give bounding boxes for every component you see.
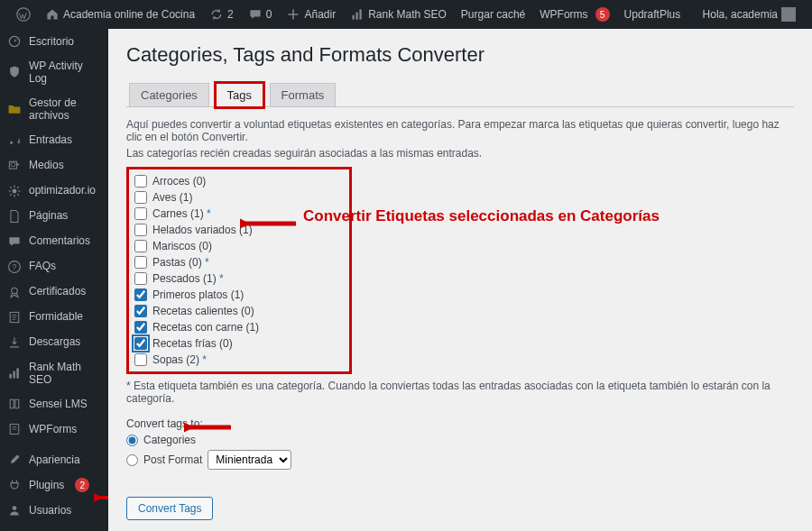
sidebar-item-rank-math-seo[interactable]: Rank Math SEO: [0, 355, 108, 392]
new-content-link[interactable]: Añadir: [279, 0, 343, 29]
sidebar-item-label: Escritorio: [29, 35, 74, 48]
tab-formats[interactable]: Formats: [270, 83, 337, 106]
wpforms-link[interactable]: WPForms5: [532, 0, 616, 29]
form2-icon: [7, 422, 22, 436]
sidebar-item-usuarios[interactable]: Usuarios: [0, 498, 108, 523]
convert-button[interactable]: Convert Tags: [126, 497, 213, 520]
sidebar-item-medios[interactable]: Medios: [0, 153, 108, 179]
tag-row: Recetas frías (0): [134, 335, 344, 352]
postformat-select[interactable]: Minientrada: [208, 450, 291, 470]
sidebar-item-label: Entradas: [29, 133, 72, 146]
my-account-link[interactable]: Hola, academia: [696, 0, 803, 29]
site-name-link[interactable]: Academia online de Cocina: [38, 0, 202, 29]
brush-icon: [7, 453, 22, 467]
sidebar-item-label: Usuarios: [29, 504, 71, 517]
svg-point-6: [11, 162, 15, 167]
sidebar-item-apariencia[interactable]: Apariencia: [0, 447, 108, 472]
tag-checkbox[interactable]: [134, 272, 147, 285]
sidebar-item-profile-builder[interactable]: Profile Builder: [0, 523, 108, 531]
radio-label: Categories: [143, 434, 196, 446]
convert-to-group: Convert tags to: Categories Post Format …: [126, 417, 794, 471]
svg-rect-14: [16, 368, 18, 378]
tag-label: Recetas calientes (0): [152, 305, 254, 317]
tag-label: Mariscos (0): [152, 240, 212, 252]
tag-row: Aves (1): [134, 189, 344, 206]
comments-count: 0: [266, 8, 272, 21]
tag-checkbox[interactable]: [134, 191, 147, 204]
tag-checkbox[interactable]: [134, 256, 147, 269]
admin-sidebar: EscritorioWP Activity LogGestor de archi…: [0, 29, 108, 531]
updraft-link[interactable]: UpdraftPlus: [617, 0, 688, 29]
sidebar-item-certificados[interactable]: Certificados: [0, 279, 108, 305]
tag-row: Sopas (2) *: [134, 352, 344, 368]
rankmath-link[interactable]: Rank Math SEO: [343, 0, 454, 29]
sidebar-item-wp-activity-log[interactable]: WP Activity Log: [0, 54, 108, 91]
sidebar-item-label: Descargas: [29, 335, 80, 348]
radio-categories[interactable]: [126, 435, 138, 446]
tag-label: Sopas (2) *: [152, 353, 207, 366]
sidebar-item-wpforms[interactable]: WPForms: [0, 417, 108, 442]
tag-checkbox[interactable]: [134, 353, 147, 366]
sidebar-item-sensei-lms[interactable]: Sensei LMS: [0, 391, 108, 417]
radio-label: Post Format: [143, 453, 202, 466]
sidebar-item-label: optimizador.io: [29, 184, 96, 197]
wp-logo[interactable]: [9, 0, 38, 29]
tag-checkbox[interactable]: [134, 175, 147, 188]
sidebar-item-entradas[interactable]: Entradas: [0, 128, 108, 153]
updates-link[interactable]: 2: [202, 0, 241, 29]
tag-checklist: Arroces (0)Aves (1)Carnes (1) *Helados v…: [126, 167, 352, 374]
svg-text:?: ?: [13, 262, 17, 271]
tag-row: Mariscos (0): [134, 238, 344, 254]
notification-badge: 5: [595, 7, 610, 22]
tag-checkbox[interactable]: [134, 337, 147, 350]
svg-rect-2: [356, 13, 358, 20]
sidebar-item-faqs[interactable]: ?FAQs: [0, 254, 108, 279]
comments-link[interactable]: 0: [241, 0, 280, 29]
sidebar-item-p-ginas[interactable]: Páginas: [0, 204, 108, 229]
tag-row: Arroces (0): [134, 173, 344, 189]
updates-count: 2: [227, 8, 234, 21]
tag-checkbox[interactable]: [134, 288, 147, 301]
tag-row: Primeros platos (1): [134, 287, 344, 303]
sidebar-item-formidable[interactable]: Formidable: [0, 305, 108, 330]
main-content: Categories, Tags and Formats Converter C…: [108, 29, 812, 531]
tag-label: Pescados (1) *: [152, 272, 224, 285]
sidebar-item-escritorio[interactable]: Escritorio: [0, 29, 108, 54]
shield-icon: [7, 65, 22, 79]
tab-tags[interactable]: Tags: [216, 83, 263, 107]
svg-point-7: [13, 188, 17, 193]
radio-categories-row[interactable]: Categories: [126, 432, 794, 448]
admin-toolbar: Academia online de Cocina 2 0 Añadir Ran…: [0, 0, 812, 29]
sidebar-item-label: Sensei LMS: [29, 398, 88, 410]
tag-checkbox[interactable]: [134, 224, 147, 236]
greeting-text: Hola, academia: [703, 8, 778, 21]
tag-checkbox[interactable]: [134, 240, 147, 252]
sidebar-item-gestor-de-archivos[interactable]: Gestor de archivos: [0, 91, 108, 128]
toolbar-item-label: Rank Math SEO: [368, 8, 447, 21]
pin-icon: [7, 133, 22, 148]
toolbar-item-label: WPForms: [540, 8, 587, 21]
purge-cache-link[interactable]: Purgar caché: [454, 0, 532, 29]
radio-postformat[interactable]: [126, 454, 138, 466]
sidebar-item-optimizador-io[interactable]: optimizador.io: [0, 179, 108, 204]
dashboard-icon: [7, 34, 22, 49]
tag-checkbox[interactable]: [134, 305, 147, 317]
refresh-icon: [209, 7, 224, 22]
users-icon: [7, 503, 22, 517]
tag-row: Recetas calientes (0): [134, 303, 344, 319]
tag-checkbox[interactable]: [134, 321, 147, 334]
comment-icon: [7, 234, 22, 249]
page-icon: [7, 209, 22, 224]
sidebar-item-label: Rank Math SEO: [29, 361, 101, 387]
sidebar-item-plugins[interactable]: Plugins2: [0, 472, 108, 498]
tag-checkbox[interactable]: [134, 207, 147, 220]
sidebar-item-comentarios[interactable]: Comentarios: [0, 229, 108, 254]
tag-row: Helados variados (1): [134, 222, 344, 238]
sidebar-item-label: Plugins: [29, 479, 64, 491]
sidebar-item-label: Medios: [29, 159, 64, 171]
sidebar-item-label: Certificados: [29, 285, 86, 298]
tag-label: Recetas frías (0): [152, 337, 233, 350]
sidebar-item-descargas[interactable]: Descargas: [0, 330, 108, 355]
radio-postformat-row[interactable]: Post Format Minientrada: [126, 448, 794, 471]
tab-categories[interactable]: Categories: [129, 83, 209, 106]
